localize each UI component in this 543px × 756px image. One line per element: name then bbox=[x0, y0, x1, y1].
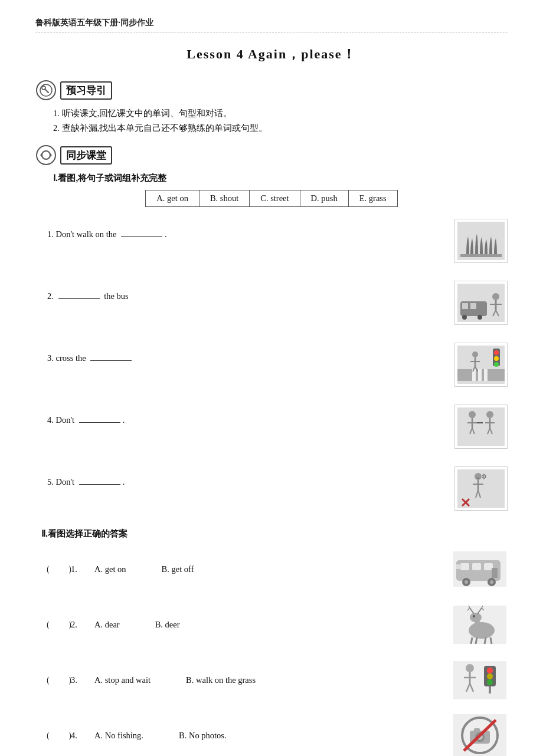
word-choice-0: A. get on bbox=[146, 190, 199, 207]
exercise-text-4: 4. Don't . bbox=[47, 405, 437, 425]
qa-num-1: 1. bbox=[71, 564, 94, 574]
svg-point-15 bbox=[492, 293, 499, 300]
qa-optA-4: A. No fishing. bbox=[94, 731, 143, 741]
svg-point-66 bbox=[469, 622, 495, 639]
qa-bracket-2[interactable]: （ ） bbox=[41, 619, 71, 630]
part2: Ⅱ.看图选择正确的答案 （ ） 1. A. get on B. get off bbox=[35, 528, 508, 756]
qa-img-4 bbox=[452, 714, 508, 756]
exercise-text-3: 3. cross the bbox=[47, 343, 437, 363]
word-choices-table: A. get on B. shout C. street D. push E. … bbox=[145, 190, 397, 207]
blank-1[interactable] bbox=[121, 236, 162, 237]
svg-point-86 bbox=[466, 664, 474, 672]
word-choice-2: C. street bbox=[250, 190, 300, 207]
qa-options-3: A. stop and wait B. walk on the grass bbox=[94, 675, 446, 685]
part1-title: Ⅰ.看图,将句子或词组补充完整 bbox=[53, 173, 508, 184]
svg-marker-6 bbox=[40, 153, 42, 157]
svg-line-3 bbox=[45, 89, 48, 93]
qa-num-3: 3. bbox=[71, 675, 94, 685]
svg-point-14 bbox=[477, 315, 482, 320]
blank-4[interactable] bbox=[79, 422, 120, 423]
section1-label: 预习导引 bbox=[60, 81, 112, 100]
svg-point-28 bbox=[494, 362, 499, 367]
qa-item-2: （ ） 2. A. dear B. deer bbox=[41, 603, 508, 646]
exercise-text-2: 2. the bus bbox=[47, 281, 437, 301]
blank-2[interactable] bbox=[58, 298, 100, 299]
svg-rect-96 bbox=[474, 728, 480, 732]
qa-bracket-4[interactable]: （ ） bbox=[41, 730, 71, 741]
svg-point-79 bbox=[473, 615, 475, 617]
svg-line-76 bbox=[476, 637, 477, 644]
svg-point-35 bbox=[469, 411, 476, 418]
svg-rect-11 bbox=[462, 303, 468, 309]
section1-heading: 预习导引 bbox=[35, 80, 508, 101]
exercise-item-2: 2. the bus bbox=[47, 281, 508, 325]
qa-options-1: A. get on B. get off bbox=[94, 564, 446, 574]
qa-optB-4: B. No photos. bbox=[179, 731, 227, 741]
svg-point-27 bbox=[494, 356, 499, 361]
exercise-list: 1. Don't walk on the . bbox=[47, 219, 508, 511]
word-choices-box: A. get on B. shout C. street D. push E. … bbox=[35, 190, 508, 207]
svg-rect-56 bbox=[460, 563, 469, 570]
qa-item-4: （ ） 4. A. No fishing. B. No photos. bbox=[41, 714, 508, 756]
qa-optB-2: B. deer bbox=[155, 620, 180, 630]
qa-optB-3: B. walk on the grass bbox=[186, 675, 256, 685]
main-title: Lesson 4 Again，please！ bbox=[35, 45, 508, 63]
svg-point-26 bbox=[494, 350, 499, 355]
page: 鲁科版英语五年级下册·同步作业 Lesson 4 Again，please！ 预… bbox=[0, 0, 543, 756]
svg-rect-24 bbox=[484, 369, 488, 381]
exercise-img-2 bbox=[454, 281, 508, 325]
exercise-item-5: 5. Don't . bbox=[47, 466, 508, 511]
qa-optA-3: A. stop and wait bbox=[94, 675, 151, 685]
exercise-text-1: 1. Don't walk on the . bbox=[47, 219, 437, 239]
svg-point-84 bbox=[487, 673, 493, 679]
section2-icon bbox=[35, 144, 57, 166]
svg-line-77 bbox=[485, 637, 486, 644]
svg-rect-64 bbox=[456, 564, 460, 569]
qa-num-2: 2. bbox=[71, 620, 94, 630]
qa-optB-1: B. get off bbox=[162, 564, 194, 574]
exercise-img-3 bbox=[454, 343, 508, 387]
word-choice-4: E. grass bbox=[348, 190, 397, 207]
svg-rect-59 bbox=[492, 568, 498, 578]
svg-line-78 bbox=[490, 637, 492, 644]
preview-items: 1. 听读课文,回忆课文中的单词、句型和对话。 2. 查缺补漏,找出本单元自己还… bbox=[53, 108, 508, 134]
qa-img-3 bbox=[452, 659, 508, 701]
qa-optA-1: A. get on bbox=[94, 564, 126, 574]
blank-5[interactable] bbox=[79, 484, 120, 485]
svg-rect-12 bbox=[470, 303, 476, 309]
section1-icon bbox=[35, 80, 57, 101]
qa-options-2: A. dear B. deer bbox=[94, 620, 446, 630]
preview-item-1: 1. 听读课文,回忆课文中的单词、句型和对话。 bbox=[53, 108, 508, 119]
blank-3[interactable] bbox=[90, 360, 132, 361]
svg-point-29 bbox=[472, 351, 478, 357]
svg-point-68 bbox=[470, 613, 482, 622]
exercise-item-4: 4. Don't . bbox=[47, 405, 508, 449]
qa-num-4: 4. bbox=[71, 731, 94, 741]
svg-point-85 bbox=[487, 679, 493, 685]
svg-point-83 bbox=[487, 668, 493, 673]
svg-point-40 bbox=[486, 411, 493, 418]
qa-img-2 bbox=[452, 603, 508, 646]
svg-point-61 bbox=[465, 580, 468, 584]
svg-rect-57 bbox=[472, 563, 481, 570]
word-choice-3: D. push bbox=[300, 190, 348, 207]
svg-rect-8 bbox=[460, 254, 502, 257]
qa-item-3: （ ） 3. A. stop and wait B. walk on the g… bbox=[41, 659, 508, 701]
section2-heading: 同步课堂 bbox=[35, 144, 508, 166]
qa-bracket-1[interactable]: （ ） bbox=[41, 564, 71, 575]
header-divider bbox=[35, 32, 508, 32]
exercise-item-1: 1. Don't walk on the . bbox=[47, 219, 508, 263]
qa-bracket-3[interactable]: （ ） bbox=[41, 675, 71, 686]
svg-marker-5 bbox=[50, 153, 52, 157]
svg-point-4 bbox=[37, 146, 55, 165]
svg-line-75 bbox=[471, 637, 472, 644]
exercise-item-3: 3. cross the bbox=[47, 343, 508, 387]
word-choice-1: B. shout bbox=[199, 190, 249, 207]
svg-rect-58 bbox=[484, 563, 493, 570]
header-title: 鲁科版英语五年级下册·同步作业 bbox=[35, 18, 508, 28]
exercise-img-5 bbox=[454, 466, 508, 511]
qa-img-1 bbox=[452, 548, 508, 590]
exercise-text-5: 5. Don't . bbox=[47, 466, 437, 487]
exercise-img-1 bbox=[454, 219, 508, 263]
qa-item-1: （ ） 1. A. get on B. get off bbox=[41, 548, 508, 590]
